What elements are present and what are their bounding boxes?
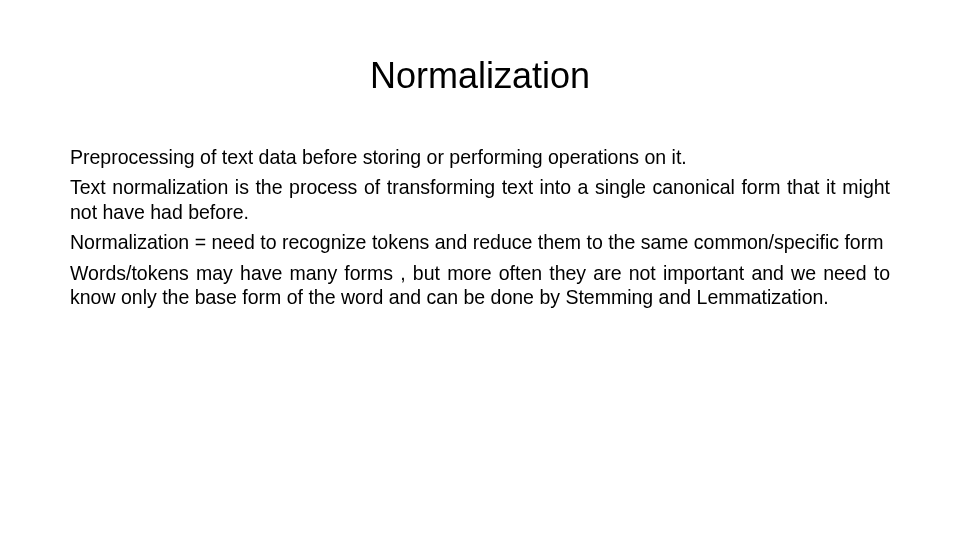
paragraph-1: Preprocessing of text data before storin… [70, 145, 890, 169]
paragraph-4: Words/tokens may have many forms , but m… [70, 261, 890, 310]
paragraph-3: Normalization = need to recognize tokens… [70, 230, 890, 254]
paragraph-2: Text normalization is the process of tra… [70, 175, 890, 224]
slide-body: Preprocessing of text data before storin… [70, 145, 890, 309]
slide-container: Normalization Preprocessing of text data… [0, 0, 960, 540]
slide-title: Normalization [70, 55, 890, 97]
